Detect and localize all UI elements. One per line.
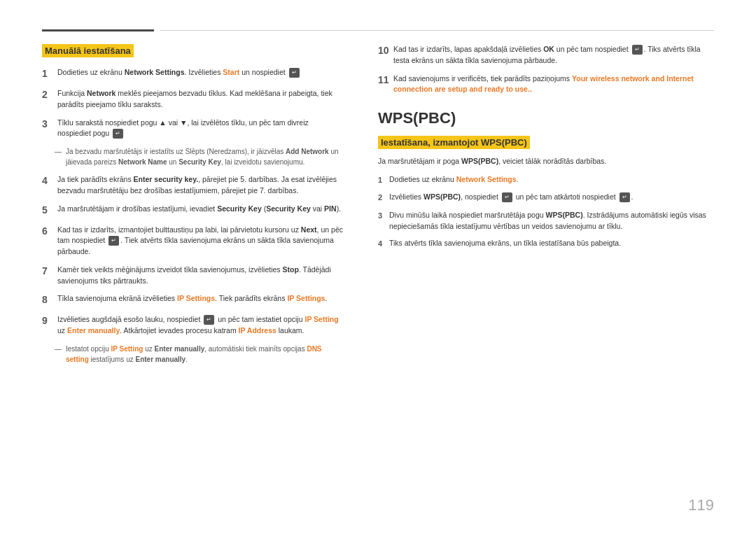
step-4-content: Ja tiek parādīts ekrāns Enter security k… bbox=[57, 174, 343, 197]
step-11-message: Your wireless network and Internet conne… bbox=[393, 74, 694, 94]
step-5: 5 Ja maršrutētājam ir drošības iestatīju… bbox=[42, 204, 343, 218]
step-3-icon: ↵ bbox=[113, 129, 123, 139]
step-9-note: — Iestatot opciju IP Setting uz Enter ma… bbox=[42, 344, 343, 365]
step-6-icon: ↵ bbox=[108, 236, 119, 246]
step-number-10: 10 bbox=[378, 43, 393, 58]
top-line bbox=[42, 28, 714, 31]
step-7-content: Kamēr tiek veikts mēģinājums izveidot tī… bbox=[57, 265, 343, 287]
wps-step-number-2: 2 bbox=[378, 192, 389, 204]
wps-step-4: 4 Tiks atvērts tīkla savienojuma ekrāns,… bbox=[378, 238, 714, 250]
step-1-content: Dodieties uz ekrānu Network Settings. Iz… bbox=[57, 67, 343, 78]
wps-step-1-content: Dodieties uz ekrānu Network Settings. bbox=[389, 174, 714, 185]
step-3: 3 Tīklu sarakstā nospiediet pogu ▲ vai ▼… bbox=[42, 118, 343, 140]
step-5-content: Ja maršrutētājam ir drošības iestatījumi… bbox=[57, 204, 343, 215]
note-content-3: Ja bezvadu maršrutētājs ir iestatīts uz … bbox=[66, 146, 343, 167]
step-9-icon: ↵ bbox=[204, 315, 214, 325]
step-8: 8 Tīkla savienojuma ekrānā izvēlieties I… bbox=[42, 293, 343, 307]
wps-step-3-content: Divu minūšu laikā nospiediet maršrutētāj… bbox=[389, 210, 714, 232]
step-9-manually: Enter manually bbox=[67, 326, 120, 335]
page-number: 119 bbox=[688, 496, 714, 514]
note-dash-3: — bbox=[55, 146, 66, 167]
note-dash-9: — bbox=[55, 344, 66, 365]
wps-step-2-content: Izvēlieties WPS(PBC), nospiediet ↵ un pē… bbox=[389, 192, 714, 203]
step-number-3: 3 bbox=[42, 117, 57, 132]
step-3-content: Tīklu sarakstā nospiediet pogu ▲ vai ▼, … bbox=[57, 118, 343, 140]
step-1-bold: Network Settings bbox=[125, 68, 185, 76]
step-10-ok: OK bbox=[543, 45, 554, 53]
wps-step-number-1: 1 bbox=[378, 174, 389, 186]
wps-step-1: 1 Dodieties uz ekrānu Network Settings. bbox=[378, 174, 714, 186]
wps-intro-bold: WPS(PBC) bbox=[461, 157, 498, 165]
step-3-down: ▼ bbox=[180, 118, 187, 127]
wps-step-2-icon1: ↵ bbox=[502, 192, 512, 202]
content-columns: Manuālā iestatīšana 1 Dodieties uz ekrān… bbox=[42, 44, 714, 506]
note-3-network-name: Network Name bbox=[118, 158, 167, 166]
step-2-bold: Network bbox=[87, 89, 115, 97]
step-8-ip-settings-2: IP Settings bbox=[287, 294, 325, 302]
wps-step-2-icon2: ↵ bbox=[620, 192, 630, 202]
wps-step-list: 1 Dodieties uz ekrānu Network Settings. … bbox=[378, 174, 714, 250]
step-number-7: 7 bbox=[42, 264, 57, 279]
wps-title: WPS(PBC) bbox=[378, 109, 714, 127]
step-7-stop: Stop bbox=[283, 265, 299, 274]
step-4: 4 Ja tiek parādīts ekrāns Enter security… bbox=[42, 174, 343, 197]
step-2: 2 Funkcija Network meklēs pieejamos bezv… bbox=[42, 88, 343, 111]
step-5-sk2: Security Key bbox=[266, 204, 311, 213]
step-6: 6 Kad tas ir izdarīts, izmantojiet bultt… bbox=[42, 225, 343, 258]
left-column: Manuālā iestatīšana 1 Dodieties uz ekrān… bbox=[42, 44, 343, 506]
step-8-content: Tīkla savienojuma ekrānā izvēlieties IP … bbox=[57, 293, 343, 304]
step-10-content: Kad tas ir izdarīts, lapas apakšdaļā izv… bbox=[393, 44, 714, 66]
step-3-up: ▲ bbox=[159, 118, 166, 127]
step-6-content: Kad tas ir izdarīts, izmantojiet bulttau… bbox=[57, 225, 343, 258]
step-5-security-key: Security Key bbox=[217, 204, 262, 213]
step-1-icon: ↵ bbox=[289, 68, 300, 78]
wps-intro: Ja maršrutētājam ir poga WPS(PBC), veici… bbox=[378, 156, 714, 167]
step-3-note: — Ja bezvadu maršrutētājs ir iestatīts u… bbox=[42, 146, 343, 167]
note-9-ip-setting: IP Setting bbox=[111, 345, 143, 353]
step-number-11: 11 bbox=[378, 73, 393, 87]
step-11: 11 Kad savienojums ir verificēts, tiek p… bbox=[378, 73, 714, 96]
step-number-1: 1 bbox=[42, 66, 57, 81]
step-5-pin: PIN bbox=[324, 204, 337, 213]
step-number-9: 9 bbox=[42, 314, 57, 328]
top-line-dark bbox=[42, 29, 154, 31]
wps-step-2-wpspbc: WPS(PBC) bbox=[424, 192, 461, 201]
step-number-4: 4 bbox=[42, 174, 57, 188]
wps-step-number-3: 3 bbox=[378, 210, 389, 222]
step-4-bold: Enter security key. bbox=[134, 175, 199, 183]
step-10: 10 Kad tas ir izdarīts, lapas apakšdaļā … bbox=[378, 44, 714, 66]
note-content-9: Iestatot opciju IP Setting uz Enter manu… bbox=[66, 344, 343, 365]
page: Manuālā iestatīšana 1 Dodieties uz ekrān… bbox=[0, 0, 756, 534]
step-10-icon: ↵ bbox=[632, 45, 643, 55]
top-line-light bbox=[160, 30, 714, 31]
step-8-ip-settings-1: IP Settings bbox=[177, 294, 215, 302]
step-9-ip-address: IP Address bbox=[239, 326, 276, 335]
step-1: 1 Dodieties uz ekrānu Network Settings. … bbox=[42, 67, 343, 81]
wps-step-2: 2 Izvēlieties WPS(PBC), nospiediet ↵ un … bbox=[378, 192, 714, 204]
step-number-8: 8 bbox=[42, 293, 57, 307]
wps-step-4-content: Tiks atvērts tīkla savienojuma ekrāns, u… bbox=[389, 238, 714, 249]
wps-subtitle: Iestatīšana, izmantojot WPS(PBC) bbox=[378, 136, 530, 149]
step-6-next: Next bbox=[301, 225, 317, 234]
step-9: 9 Izvēlieties augšdajā esošo lauku, nosp… bbox=[42, 314, 343, 337]
step-11-content: Kad savienojums ir verificēts, tiek parā… bbox=[393, 73, 714, 96]
wps-step-1-network-settings: Network Settings bbox=[456, 175, 517, 183]
left-step-list: 1 Dodieties uz ekrānu Network Settings. … bbox=[42, 67, 343, 365]
step-number-2: 2 bbox=[42, 87, 57, 102]
step-2-content: Funkcija Network meklēs pieejamos bezvad… bbox=[57, 88, 343, 111]
note-3-add-network: Add Network bbox=[286, 148, 329, 155]
note-3-security-key: Security Key bbox=[178, 158, 221, 166]
wps-step-3-wpspbc: WPS(PBC) bbox=[546, 211, 583, 219]
left-section-title: Manuālā iestatīšana bbox=[42, 44, 134, 57]
note-9-enter-manually-2: Enter manually bbox=[135, 356, 186, 363]
right-column: 10 Kad tas ir izdarīts, lapas apakšdaļā … bbox=[371, 44, 714, 506]
step-9-content: Izvēlieties augšdajā esošo lauku, nospie… bbox=[57, 314, 343, 337]
step-7: 7 Kamēr tiek veikts mēģinājums izveidot … bbox=[42, 265, 343, 287]
step-number-5: 5 bbox=[42, 203, 57, 218]
step-number-6: 6 bbox=[42, 224, 57, 239]
wps-step-3: 3 Divu minūšu laikā nospiediet maršrutēt… bbox=[378, 210, 714, 232]
note-9-enter-manually: Enter manually bbox=[155, 345, 205, 353]
wps-step-number-4: 4 bbox=[378, 238, 389, 250]
step-1-start: Start bbox=[223, 68, 239, 76]
step-9-ip-setting: IP Setting bbox=[304, 315, 338, 323]
